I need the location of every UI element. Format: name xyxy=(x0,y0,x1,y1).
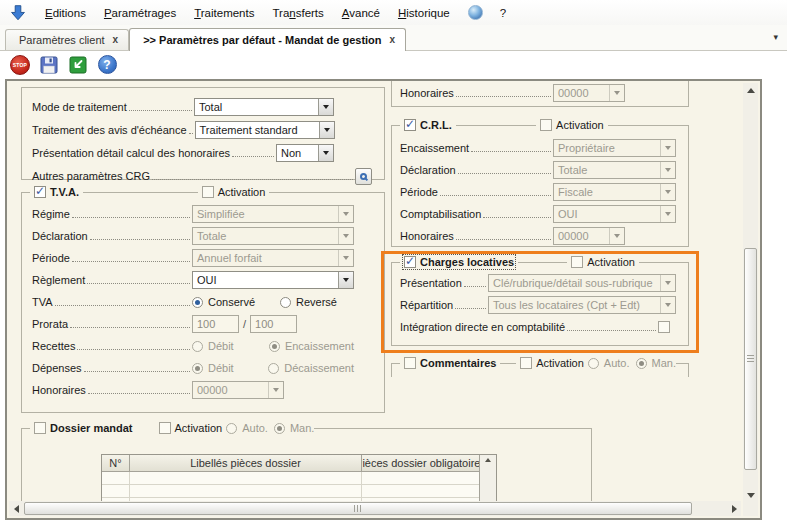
globe-icon[interactable] xyxy=(468,5,483,20)
encaissement-dropdown[interactable]: Propriétaire xyxy=(553,139,676,157)
crl-periode-dropdown[interactable]: Fiscale xyxy=(553,183,676,201)
field-label: Présentation détail calcul des honoraire… xyxy=(32,147,230,159)
dotted-leader xyxy=(464,286,486,287)
avis-echeance-dropdown[interactable]: Traitement standard xyxy=(195,121,335,139)
close-icon[interactable]: x xyxy=(113,35,119,45)
radio-depenses-debit[interactable] xyxy=(192,363,203,374)
commentaires-checkbox[interactable] xyxy=(404,357,416,369)
radio-depenses-decaissement[interactable] xyxy=(268,363,279,374)
regime-dropdown[interactable]: Simplifiée xyxy=(192,205,354,223)
commentaires-activation-checkbox[interactable] xyxy=(520,357,532,369)
field-row-comptabilisation: Comptabilisation OUI xyxy=(400,205,676,223)
reglement-dropdown[interactable]: OUI xyxy=(192,271,354,289)
repartition-dropdown[interactable]: Tous les locataires (Cpt + Edt) xyxy=(488,296,676,314)
dotted-leader xyxy=(189,133,193,134)
chevron-down-icon xyxy=(268,382,283,398)
field-row-crl-honoraires: Honoraires 00000 xyxy=(400,227,676,245)
menu-label-part: T xyxy=(194,7,201,19)
presentation-dropdown[interactable]: Clé/rubrique/détail sous-rubrique xyxy=(488,274,676,292)
integration-comptabilite-checkbox[interactable] xyxy=(658,321,670,333)
prorata-denominator-input[interactable]: 100 xyxy=(250,315,297,333)
dossier-mandat-checkbox[interactable] xyxy=(34,422,46,434)
dotted-leader xyxy=(55,305,190,306)
table-row[interactable] xyxy=(102,472,479,485)
dotted-leader xyxy=(72,217,190,218)
chevron-down-icon xyxy=(318,145,333,161)
field-label: Recettes xyxy=(32,340,75,352)
scroll-up-button[interactable] xyxy=(743,83,758,97)
menu-label-part: ditions xyxy=(53,7,86,19)
dropdown-value: Fiscale xyxy=(554,186,660,198)
dotted-leader xyxy=(483,217,551,218)
field-row-recettes: Recettes Débit Encaissement xyxy=(32,337,354,355)
radio-commentaires-auto[interactable] xyxy=(588,358,599,369)
help-button[interactable]: ? xyxy=(96,54,118,76)
radio-dossier-man[interactable] xyxy=(274,423,285,434)
scroll-right-button[interactable] xyxy=(727,501,741,516)
radio-conserve[interactable] xyxy=(192,297,203,308)
field-label: Traitement des avis d'échéance xyxy=(32,124,187,136)
table-header-numero: N° xyxy=(102,455,130,472)
menu-label-part: E xyxy=(45,7,53,19)
scroll-left-button[interactable] xyxy=(9,501,23,516)
table-header-libelles: Libellés pièces dossier xyxy=(130,455,362,472)
tab-label: Paramètres client xyxy=(19,34,105,46)
radio-recettes-encaissement[interactable] xyxy=(269,341,280,352)
group-crl: C.R.L. Activation Encaissement Propriéta… xyxy=(391,125,689,247)
tab-parametres-par-defaut-mandat[interactable]: >> Paramètres par défaut - Mandat de ges… xyxy=(129,28,406,51)
presentation-honoraires-dropdown[interactable]: Non xyxy=(276,144,334,162)
chevron-down-icon xyxy=(660,297,675,313)
comptabilisation-dropdown[interactable]: OUI xyxy=(553,205,676,223)
prorata-separator: / xyxy=(239,318,250,330)
menu-item-traitements[interactable]: Traitements xyxy=(185,4,263,22)
arrow-left-icon xyxy=(14,505,19,513)
menu-item-transferts[interactable]: Transferts xyxy=(263,4,332,22)
group-tva: T.V.A. Activation Régime Simplifiée Décl… xyxy=(21,192,385,413)
declaration-dropdown[interactable]: Totale xyxy=(192,227,354,245)
crl-honoraires-dropdown[interactable]: 00000 xyxy=(553,227,625,245)
menu-item-parametrages[interactable]: Paramétrages xyxy=(95,4,185,22)
menu-item-editions[interactable]: Editions xyxy=(36,4,95,22)
field-row-crl-periode: Période Fiscale xyxy=(400,183,676,201)
chevron-down-icon xyxy=(660,206,675,222)
radio-reverse[interactable] xyxy=(280,297,291,308)
table-cell xyxy=(130,485,362,498)
dropdown-value: Propriétaire xyxy=(554,142,660,154)
table-row[interactable] xyxy=(102,485,479,498)
dossier-activation-checkbox[interactable] xyxy=(159,422,171,434)
prorata-numerator-input[interactable]: 100 xyxy=(192,315,239,333)
crl-declaration-dropdown[interactable]: Totale xyxy=(553,161,676,179)
radio-label: Débit xyxy=(208,340,234,352)
save-button[interactable] xyxy=(38,54,60,76)
radio-commentaires-man[interactable] xyxy=(636,358,647,369)
menu-item-historique[interactable]: Historique xyxy=(389,4,459,22)
vertical-scrollbar-thumb[interactable] xyxy=(744,248,757,470)
horizontal-scrollbar-thumb[interactable] xyxy=(24,502,692,515)
periode-dropdown[interactable]: Annuel forfait xyxy=(192,249,354,267)
dropdown-value: Simplifiée xyxy=(193,208,338,220)
dropdown-value: 00000 xyxy=(554,87,609,99)
stop-button[interactable]: STOP xyxy=(9,54,31,76)
horizontal-scrollbar[interactable] xyxy=(9,501,741,516)
radio-recettes-debit[interactable] xyxy=(192,341,203,352)
crg-settings-button[interactable] xyxy=(355,168,372,185)
dropdown-value: 00000 xyxy=(554,230,609,242)
tab-parametres-client[interactable]: Paramètres client x xyxy=(5,29,129,50)
radio-dossier-auto[interactable] xyxy=(226,423,237,434)
tab-overflow-chevron-icon[interactable]: ▾ xyxy=(773,32,778,42)
honoraires-top-dropdown[interactable]: 00000 xyxy=(553,84,625,102)
activation-label: Activation xyxy=(175,422,223,434)
scroll-down-button[interactable] xyxy=(743,488,758,502)
vertical-scrollbar[interactable] xyxy=(743,83,758,502)
menu-item-help[interactable]: ? xyxy=(492,4,514,22)
radio-label: Conservé xyxy=(208,296,255,308)
radio-label: Man. xyxy=(290,422,314,434)
close-icon[interactable]: x xyxy=(390,35,396,45)
exit-button[interactable] xyxy=(67,54,89,76)
menu-item-avance[interactable]: Avancé xyxy=(333,4,389,22)
honoraires-tva-dropdown[interactable]: 00000 xyxy=(192,381,284,399)
field-label: Dépenses xyxy=(32,362,82,374)
chevron-down-icon xyxy=(660,184,675,200)
field-row-honoraires-tva: Honoraires 00000 xyxy=(32,381,354,399)
mode-de-traitement-dropdown[interactable]: Total xyxy=(194,98,334,116)
